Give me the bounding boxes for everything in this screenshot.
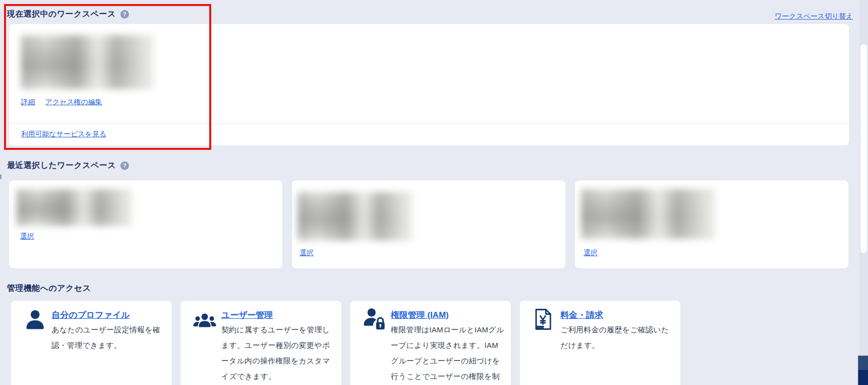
card-divider: [9, 123, 849, 124]
redacted-workspace-name: [21, 35, 153, 89]
iam-description: 権限管理はIAMロールとIAMグループにより実現されます。IAMグループとユーザ…: [391, 322, 504, 385]
current-workspace-heading-label: 現在選択中のワークスペース: [7, 9, 116, 20]
workspace-portal-page: { "current_workspace": { "heading": "現在選…: [0, 0, 868, 385]
current-workspace-heading: 現在選択中のワークスペース ?: [7, 9, 129, 20]
admin-card-users: ユーザー管理 契約に属するユーザーを管理します。ユーザー種別の変更やポータル内の…: [181, 301, 341, 385]
corner-floating-button-top[interactable]: [858, 355, 868, 370]
admin-access-heading: 管理機能へのアクセス: [7, 283, 91, 294]
admin-card-profile: 自分のプロファイル あなたのユーザー設定情報を確認・管理できます。: [11, 301, 172, 385]
available-services-link[interactable]: 利用可能なサービスを見る: [21, 130, 106, 139]
edit-access-link[interactable]: アクセス権の編集: [45, 98, 102, 107]
recent-workspaces-heading-label: 最近選択したワークスペース: [7, 160, 116, 171]
user-management-title-link[interactable]: ユーザー管理: [221, 309, 273, 321]
help-icon[interactable]: ?: [120, 10, 129, 19]
recent-workspace-card: 選択: [292, 180, 565, 268]
vertical-scrollbar-track[interactable]: [859, 0, 868, 385]
recent-workspace-card: 選択: [9, 180, 282, 268]
recent-workspace-card: 選択: [575, 180, 848, 268]
page-edge-mark: [0, 174, 2, 179]
select-workspace-link[interactable]: 選択: [584, 249, 598, 258]
iam-title-link[interactable]: 権限管理 (IAM): [391, 309, 449, 321]
vertical-scrollbar-thumb[interactable]: [860, 44, 867, 253]
user-lock-icon: [362, 308, 385, 331]
yen-invoice-icon: [534, 308, 552, 331]
user-icon: [24, 308, 46, 331]
details-link[interactable]: 詳細: [21, 98, 35, 107]
redacted-workspace-name: [581, 189, 715, 239]
admin-access-heading-label: 管理機能へのアクセス: [7, 283, 91, 294]
help-icon[interactable]: ?: [120, 161, 129, 170]
profile-description: あなたのユーザー設定情報を確認・管理できます。: [52, 322, 165, 353]
recent-workspaces-heading: 最近選択したワークスペース ?: [7, 160, 129, 171]
billing-description: ご利用料金の履歴をご確認いただけます。: [560, 322, 674, 353]
redacted-workspace-name: [17, 189, 132, 226]
user-management-description: 契約に属するユーザーを管理します。ユーザー種別の変更やポータル内の操作権限をカス…: [221, 322, 335, 384]
corner-floating-button-bottom[interactable]: [858, 370, 868, 385]
profile-title-link[interactable]: 自分のプロファイル: [52, 309, 130, 321]
billing-title-link[interactable]: 料金・請求: [560, 309, 603, 321]
current-workspace-card: 詳細 アクセス権の編集 利用可能なサービスを見る: [9, 24, 849, 145]
switch-workspace-link[interactable]: ワークスペース切り替え: [775, 12, 853, 21]
select-workspace-link[interactable]: 選択: [300, 249, 314, 258]
users-icon: [193, 312, 217, 330]
redacted-workspace-name: [298, 192, 412, 241]
admin-card-billing: 料金・請求 ご利用料金の履歴をご確認いただけます。: [520, 301, 680, 385]
admin-card-iam: 権限管理 (IAM) 権限管理はIAMロールとIAMグループにより実現されます。…: [350, 301, 511, 385]
select-workspace-link[interactable]: 選択: [20, 232, 34, 241]
